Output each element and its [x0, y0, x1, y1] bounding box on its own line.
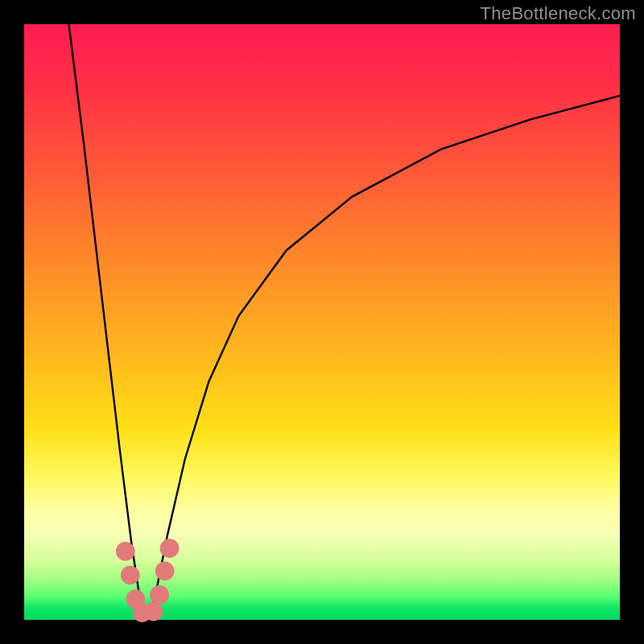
right-curve [149, 96, 620, 617]
chart-svg [24, 24, 620, 620]
marker-group [116, 539, 179, 622]
left-marker-2 [121, 566, 140, 585]
watermark-text: TheBottleneck.com [481, 3, 636, 24]
right-marker-2 [150, 585, 169, 605]
right-marker-4 [160, 539, 180, 558]
left-marker-1 [116, 542, 135, 561]
outer-frame: TheBottleneck.com [0, 0, 644, 644]
right-marker-1 [144, 602, 163, 621]
right-marker-3 [155, 561, 175, 580]
plot-area [24, 24, 620, 620]
left-curve [69, 24, 144, 617]
